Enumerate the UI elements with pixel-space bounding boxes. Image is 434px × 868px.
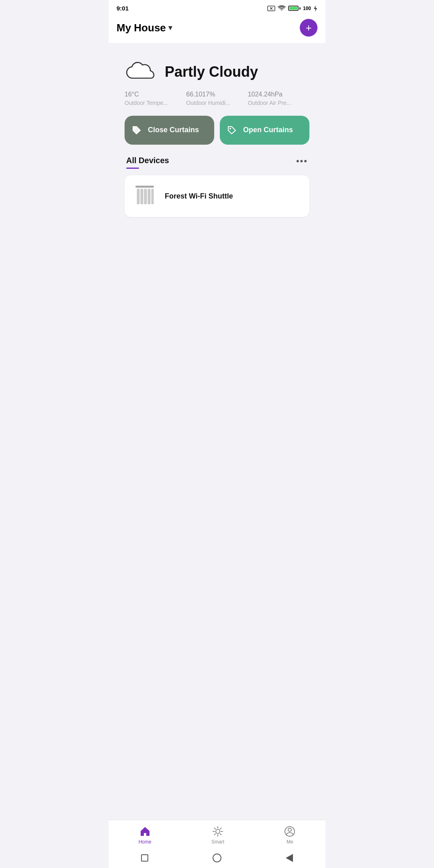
status-icons: 100 (267, 5, 317, 12)
wifi-icon (278, 5, 286, 12)
house-selector[interactable]: My House ▾ (117, 22, 172, 34)
app-header: My House ▾ + (108, 15, 326, 43)
svg-point-4 (134, 128, 136, 129)
sim-icon (267, 6, 275, 11)
main-content: Partly Cloudy 16°C Outdoor Tempe... 66.1… (108, 43, 326, 236)
curtain-buttons: Close Curtains Open Curtains (125, 116, 309, 145)
svg-point-5 (229, 128, 231, 129)
temp-value: 16°C (125, 91, 186, 98)
open-curtain-tag-icon (226, 125, 237, 136)
devices-header: All Devices ••• (125, 156, 309, 169)
more-options-button[interactable]: ••• (296, 156, 308, 166)
humidity-stat: 66.1017% Outdoor Humidi... (186, 91, 248, 106)
devices-title: All Devices (126, 156, 169, 165)
humidity-label: Outdoor Humidi... (186, 100, 248, 106)
battery-icon (288, 6, 301, 11)
svg-rect-7 (137, 189, 139, 204)
close-curtains-label: Close Curtains (148, 126, 199, 135)
svg-rect-10 (148, 189, 150, 204)
device-card[interactable]: Forest Wi-Fi Shuttle (125, 175, 309, 217)
devices-section: All Devices ••• (125, 156, 309, 217)
weather-stats: 16°C Outdoor Tempe... 66.1017% Outdoor H… (125, 91, 309, 106)
svg-rect-8 (141, 189, 143, 204)
open-curtains-button[interactable]: Open Curtains (220, 116, 309, 145)
weather-condition: Partly Cloudy (165, 63, 258, 80)
close-curtains-button[interactable]: Close Curtains (125, 116, 214, 145)
time-display: 9:01 (117, 5, 129, 12)
device-curtain-icon (135, 185, 155, 207)
temp-label: Outdoor Tempe... (125, 100, 186, 106)
svg-marker-3 (314, 5, 317, 12)
pressure-value: 1024.24hPa (248, 91, 309, 98)
pressure-label: Outdoor Air Pre... (248, 100, 309, 106)
device-name: Forest Wi-Fi Shuttle (165, 192, 233, 201)
chevron-down-icon: ▾ (168, 23, 172, 32)
pressure-stat: 1024.24hPa Outdoor Air Pre... (248, 91, 309, 106)
svg-rect-11 (151, 189, 154, 204)
device-icon-wrap (133, 184, 157, 208)
weather-header: Partly Cloudy (125, 61, 309, 83)
status-bar: 9:01 100 (108, 0, 326, 15)
house-name: My House (117, 22, 166, 34)
svg-rect-6 (135, 186, 154, 188)
add-button[interactable]: + (300, 19, 317, 37)
weather-section: Partly Cloudy 16°C Outdoor Tempe... 66.1… (117, 53, 317, 227)
open-curtains-label: Open Curtains (243, 126, 293, 135)
charging-icon (313, 5, 317, 12)
svg-rect-9 (144, 189, 147, 204)
temp-stat: 16°C Outdoor Tempe... (125, 91, 186, 106)
battery-percent: 100 (303, 6, 311, 11)
devices-title-wrap: All Devices (126, 156, 169, 169)
humidity-value: 66.1017% (186, 91, 248, 98)
title-underline (126, 168, 139, 169)
close-curtain-tag-icon (131, 125, 142, 136)
cloud-icon (125, 61, 157, 83)
